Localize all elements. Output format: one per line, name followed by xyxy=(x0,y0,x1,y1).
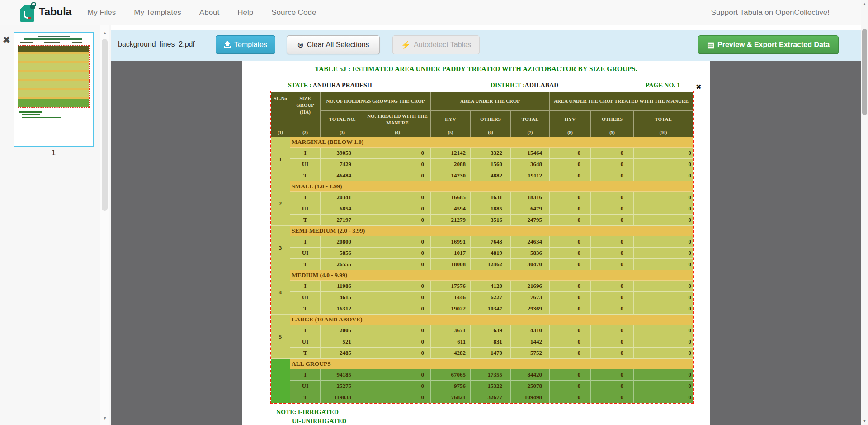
pdf-page-canvas[interactable]: TABLE 5J : ESTIMATED AREA UNDER PADDY TR… xyxy=(242,61,710,425)
navbar: Tabula My Files My Templates About Help … xyxy=(0,0,868,25)
table-title: TABLE 5J : ESTIMATED AREA UNDER PADDY TR… xyxy=(242,65,710,73)
note-line-1: NOTE: I-IRRIGATED xyxy=(276,409,339,416)
scroll-down-icon[interactable]: ▼ xyxy=(100,416,109,420)
sidebar-scrollbar[interactable]: ▲ ▼ xyxy=(100,25,109,425)
scroll-up-icon[interactable]: ▲ xyxy=(861,2,868,6)
scroll-down-icon[interactable]: ▼ xyxy=(861,419,868,423)
export-button-label: Preview & Export Extracted Data xyxy=(717,41,830,49)
support-link[interactable]: Support Tabula on OpenCollective! xyxy=(711,8,830,17)
lock-icon xyxy=(30,5,35,9)
export-table-icon: ▤ xyxy=(707,41,714,49)
page-thumbnails-sidebar: ✖ 1 ▲ ▼ xyxy=(0,25,111,425)
nav-item-my-files[interactable]: My Files xyxy=(78,8,125,17)
thumb-note-line xyxy=(22,117,61,118)
tabula-logo-icon xyxy=(20,4,35,22)
pdf-filename: background_lines_2.pdf xyxy=(118,40,195,48)
lightning-icon: ⚡ xyxy=(401,41,410,49)
thumb-title-line xyxy=(38,36,70,37)
window-scrollbar[interactable]: ▲ ▼ xyxy=(861,0,868,425)
sidebar-scrollbar-thumb[interactable] xyxy=(102,39,108,211)
clear-button-label: Clear All Selections xyxy=(307,41,369,49)
thumb-note-line xyxy=(19,111,42,113)
window-scrollbar-thumb[interactable] xyxy=(862,29,867,115)
templates-button-label: Templates xyxy=(234,41,267,49)
thumb-meta-line xyxy=(14,42,93,43)
note-line-2: UI-UNIRRIGATED xyxy=(292,418,346,425)
thumb-table-preview xyxy=(18,45,90,108)
district-label: DISTRICT :ADILABAD xyxy=(491,82,558,89)
scroll-up-icon[interactable]: ▲ xyxy=(100,31,109,35)
logo-fold-shape xyxy=(20,5,24,10)
pdf-viewer-area: TABLE 5J : ESTIMATED AREA UNDER PADDY TR… xyxy=(111,61,861,425)
thumb-note-line xyxy=(22,114,40,115)
page-thumbnail[interactable] xyxy=(14,32,94,147)
page-no-label: PAGE NO. 1 xyxy=(646,82,680,89)
clear-circle-icon: ⊗ xyxy=(297,41,303,49)
table-selection-box[interactable] xyxy=(270,91,694,404)
toolbar: background_lines_2.pdf Templates ⊗ Clear… xyxy=(111,30,868,61)
templates-button[interactable]: Templates xyxy=(216,35,275,54)
nav-item-help[interactable]: Help xyxy=(228,8,262,17)
preview-export-button[interactable]: ▤ Preview & Export Extracted Data xyxy=(698,35,839,54)
nav-item-about[interactable]: About xyxy=(190,8,228,17)
nav-item-source-code[interactable]: Source Code xyxy=(262,8,325,17)
state-label: STATE : ANDHRA PRADESH xyxy=(288,82,372,89)
autodetect-tables-button[interactable]: ⚡ Autodetect Tables xyxy=(392,35,480,54)
clear-all-selections-button[interactable]: ⊗ Clear All Selections xyxy=(287,35,380,54)
page-number-label: 1 xyxy=(14,148,94,158)
thumb-subtitle-line xyxy=(24,38,82,40)
brand-title[interactable]: Tabula xyxy=(39,6,71,18)
autodetect-button-label: Autodetect Tables xyxy=(414,41,471,49)
upload-icon xyxy=(224,42,231,48)
logo-curl-shape xyxy=(24,11,29,19)
nav-item-my-templates[interactable]: My Templates xyxy=(125,8,190,17)
nav-links: My Files My Templates About Help Source … xyxy=(78,0,325,25)
remove-page-icon[interactable]: ✖ xyxy=(3,34,10,45)
selection-close-icon[interactable]: ✖ xyxy=(696,83,702,91)
